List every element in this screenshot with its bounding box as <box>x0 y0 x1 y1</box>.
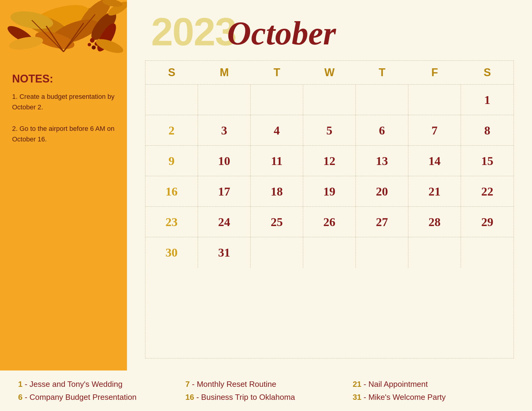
event-7-num: 7 <box>185 380 190 389</box>
cell-empty <box>356 237 408 268</box>
day-header-fri: F <box>408 61 461 84</box>
bottom-events-section: 1 - Jesse and Tony's Wedding 6 - Company… <box>0 371 532 411</box>
cell-18: 18 <box>251 176 303 206</box>
notes-section: NOTES: 1. Create a budget presentation b… <box>12 73 118 358</box>
cell-15: 15 <box>461 146 514 176</box>
calendar-week-5: 23 24 25 26 27 28 29 <box>145 207 514 237</box>
cell-9: 9 <box>145 146 198 176</box>
svg-point-16 <box>88 43 91 46</box>
cell-empty <box>303 237 356 268</box>
cell-12: 12 <box>303 146 356 176</box>
year-display: 2023 <box>151 12 236 51</box>
event-7: 7 - Monthly Reset Routine <box>185 380 340 389</box>
day-header-sun: S <box>145 61 198 84</box>
event-16-num: 16 <box>185 393 194 402</box>
cell-17: 17 <box>198 176 251 206</box>
cell-16: 16 <box>145 176 198 206</box>
cell-28: 28 <box>408 207 461 237</box>
calendar-week-4: 16 17 18 19 20 21 22 <box>145 176 514 207</box>
day-header-wed: W <box>303 61 356 84</box>
note-item-1: 1. Create a budget presentation by Octob… <box>12 91 118 112</box>
cell-20: 20 <box>356 176 408 206</box>
event-1-num: 1 <box>18 380 22 389</box>
event-31: 31 - Mike's Welcome Party <box>353 393 508 402</box>
day-header-thu: T <box>356 61 408 84</box>
cell-30: 30 <box>145 237 198 268</box>
right-panel: 2023 October S M T W T F S <box>127 0 532 371</box>
calendar-day-headers: S M T W T F S <box>145 61 514 85</box>
calendar-grid: S M T W T F S <box>145 60 514 358</box>
events-column-2: 7 - Monthly Reset Routine 16 - Business … <box>179 380 346 402</box>
calendar-header: 2023 October <box>145 12 514 51</box>
cell-5: 5 <box>303 115 356 145</box>
svg-point-14 <box>90 38 95 43</box>
events-column-3: 21 - Nail Appointment 31 - Mike's Welcom… <box>347 380 514 402</box>
page: NOTES: 1. Create a budget presentation b… <box>0 0 532 411</box>
cell-empty <box>408 237 461 268</box>
cell-25: 25 <box>251 207 303 237</box>
cell-empty <box>303 85 356 115</box>
cell-empty <box>461 237 514 268</box>
left-panel: NOTES: 1. Create a budget presentation b… <box>0 0 127 371</box>
event-1: 1 - Jesse and Tony's Wedding <box>18 380 173 389</box>
event-31-num: 31 <box>353 393 362 402</box>
cell-8: 8 <box>461 115 514 145</box>
cell-empty <box>356 85 408 115</box>
event-21: 21 - Nail Appointment <box>353 380 508 389</box>
event-16: 16 - Business Trip to Oklahoma <box>185 393 340 402</box>
cell-23: 23 <box>145 207 198 237</box>
event-21-num: 21 <box>353 380 362 389</box>
notes-text: 1. Create a budget presentation by Octob… <box>12 91 118 144</box>
cell-31: 31 <box>198 237 251 268</box>
cell-2: 2 <box>145 115 198 145</box>
cell-empty <box>145 85 198 115</box>
cell-empty <box>408 85 461 115</box>
cell-27: 27 <box>356 207 408 237</box>
svg-point-17 <box>92 45 96 49</box>
day-header-mon: M <box>198 61 251 84</box>
cell-22: 22 <box>461 176 514 206</box>
cell-empty <box>251 237 303 268</box>
day-header-sat: S <box>461 61 514 84</box>
month-display: October <box>227 17 336 50</box>
event-6: 6 - Company Budget Presentation <box>18 393 173 402</box>
cell-19: 19 <box>303 176 356 206</box>
calendar-week-6: 30 31 <box>145 237 514 268</box>
notes-title: NOTES: <box>12 73 118 85</box>
note-item-2: 2. Go to the airport before 6 AM on Octo… <box>12 123 118 144</box>
cell-empty <box>198 85 251 115</box>
cell-4: 4 <box>251 115 303 145</box>
top-section: NOTES: 1. Create a budget presentation b… <box>0 0 532 371</box>
cell-3: 3 <box>198 115 251 145</box>
cell-1: 1 <box>461 85 514 115</box>
cell-10: 10 <box>198 146 251 176</box>
calendar-week-3: 9 10 11 12 13 14 15 <box>145 146 514 176</box>
cell-11: 11 <box>251 146 303 176</box>
cell-empty <box>251 85 303 115</box>
cell-21: 21 <box>408 176 461 206</box>
cell-29: 29 <box>461 207 514 237</box>
calendar-week-2: 2 3 4 5 6 7 8 <box>145 115 514 146</box>
cell-14: 14 <box>408 146 461 176</box>
cell-6: 6 <box>356 115 408 145</box>
day-header-tue: T <box>251 61 303 84</box>
event-6-num: 6 <box>18 393 22 402</box>
calendar-week-1: 1 <box>145 85 514 115</box>
cell-13: 13 <box>356 146 408 176</box>
cell-24: 24 <box>198 207 251 237</box>
events-column-1: 1 - Jesse and Tony's Wedding 6 - Company… <box>18 380 179 402</box>
cell-7: 7 <box>408 115 461 145</box>
cell-26: 26 <box>303 207 356 237</box>
leaves-decoration <box>0 0 127 60</box>
calendar-body: 1 2 3 4 5 6 7 8 9 10 <box>145 85 514 268</box>
